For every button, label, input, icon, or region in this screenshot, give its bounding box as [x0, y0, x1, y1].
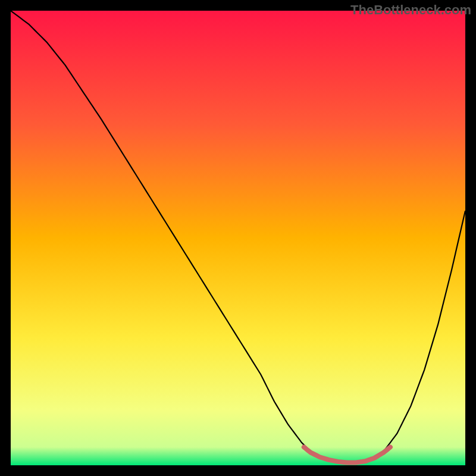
plot-area	[11, 11, 465, 465]
gradient-background	[11, 11, 465, 465]
chart-container: TheBottleneck.com	[0, 0, 476, 476]
watermark-text: TheBottleneck.com	[350, 2, 471, 18]
chart-svg	[11, 11, 465, 465]
